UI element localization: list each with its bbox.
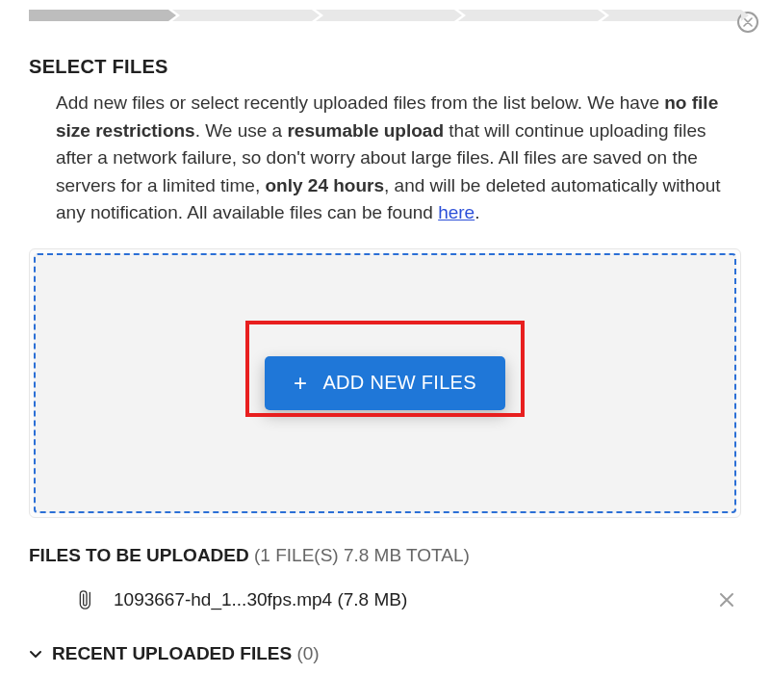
intro-text: Add new files or select recently uploade…: [29, 90, 741, 227]
intro-here-link[interactable]: here: [438, 202, 475, 222]
remove-icon: [718, 591, 735, 609]
paperclip-icon: [77, 587, 96, 612]
recent-heading-bold: RECENT UPLOADED FILES: [52, 643, 292, 663]
queue-heading-bold: FILES TO BE UPLOADED: [29, 545, 249, 565]
progress-step-5: [602, 10, 741, 21]
intro-t2: . We use a: [195, 120, 288, 141]
dropzone-wrapper: + ADD NEW FILES: [29, 248, 741, 518]
queue-heading-suffix: (1 FILE(S) 7.8 MB TOTAL): [249, 545, 470, 565]
queue-file-size: (7.8 MB): [337, 589, 407, 609]
intro-t5: .: [475, 202, 479, 222]
chevron-down-icon: [29, 647, 42, 661]
progress-step-3: [316, 10, 455, 21]
queue-file-name: 1093667-hd_1...30fps.mp4: [114, 589, 332, 609]
queue-heading: FILES TO BE UPLOADED (1 FILE(S) 7.8 MB T…: [29, 545, 741, 566]
queue-file-label: 1093667-hd_1...30fps.mp4 (7.8 MB): [114, 589, 716, 610]
queue-file-row: 1093667-hd_1...30fps.mp4 (7.8 MB): [29, 566, 741, 634]
intro-b2: resumable upload: [287, 120, 444, 141]
recent-heading-count: (0): [292, 643, 320, 663]
recent-files-toggle[interactable]: RECENT UPLOADED FILES (0): [29, 643, 741, 664]
intro-b3: only 24 hours: [266, 175, 385, 195]
intro-t1: Add new files or select recently uploade…: [56, 92, 664, 113]
dropzone[interactable]: + ADD NEW FILES: [34, 253, 736, 513]
page-title: SELECT FILES: [29, 56, 741, 78]
progress-step-2: [172, 10, 312, 21]
remove-file-button[interactable]: [716, 589, 737, 610]
progress-step-4: [458, 10, 598, 21]
progress-step-1: [29, 10, 168, 21]
add-new-files-label: ADD NEW FILES: [322, 372, 475, 394]
add-new-files-button[interactable]: + ADD NEW FILES: [265, 356, 505, 410]
progress-steps: [0, 0, 770, 27]
plus-icon: +: [294, 372, 307, 395]
